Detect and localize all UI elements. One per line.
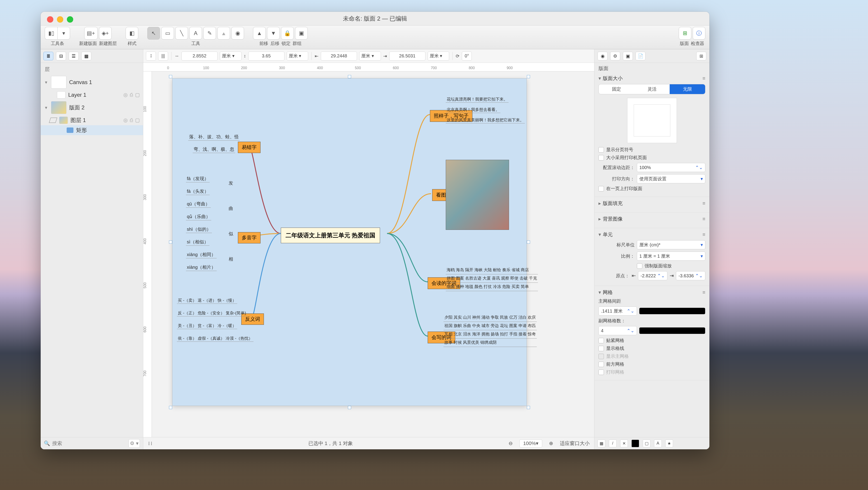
- mindmap-leaf[interactable]: fà（头发）: [186, 188, 210, 195]
- canvas-row[interactable]: ▾ 版面 2: [41, 100, 143, 115]
- print-grid-check[interactable]: 打印网格: [598, 369, 705, 375]
- mindmap-leaf[interactable]: xiāng（相同）: [186, 251, 217, 258]
- front-grid-check[interactable]: 前方网格: [598, 361, 705, 367]
- mindmap-leaf[interactable]: 这里的风景真美丽啊！我多想把它画下来。: [446, 117, 525, 123]
- use-printer-check[interactable]: 大小采用打印机页面: [598, 155, 705, 161]
- section-menu-icon[interactable]: ≡: [703, 201, 705, 206]
- send-backward-button[interactable]: ▼: [267, 27, 280, 39]
- horizontal-ruler[interactable]: 0100200300400500600700800900: [143, 63, 594, 71]
- inspector-tab-button[interactable]: ⓘ: [693, 27, 705, 39]
- width-field[interactable]: 2.8552: [181, 52, 218, 61]
- snap-grid-check[interactable]: 贴紧网格: [598, 337, 705, 343]
- y-unit[interactable]: 厘米 ▾: [428, 52, 450, 61]
- shape-row[interactable]: 矩形: [41, 125, 143, 135]
- close-window-button[interactable]: [47, 16, 53, 23]
- section-menu-icon[interactable]: ≡: [703, 216, 705, 222]
- mindmap-image[interactable]: [446, 160, 509, 230]
- mindmap-leaf[interactable]: fā（发现）: [186, 176, 210, 182]
- shadow-swatch[interactable]: ✕: [620, 439, 628, 447]
- line-tool[interactable]: ╲: [175, 27, 188, 39]
- new-canvas-button[interactable]: ▤+: [84, 27, 98, 39]
- text-color-swatch[interactable]: [631, 439, 639, 447]
- disclosure-icon[interactable]: ▾: [44, 80, 48, 85]
- group-button[interactable]: ▣: [295, 27, 308, 39]
- height-unit[interactable]: 厘米 ▾: [287, 52, 308, 61]
- layer-row[interactable]: 图层 1 ◎⎙▢: [41, 115, 143, 125]
- zoom-in-button[interactable]: ⊕: [549, 440, 553, 447]
- ruler-units-select[interactable]: 厘米 (cm)*▾: [637, 240, 705, 249]
- mindmap-leaf[interactable]: sì（相似）: [186, 239, 210, 246]
- print-icon[interactable]: ⎙: [130, 92, 133, 98]
- properties-inspector-tab[interactable]: ⚙: [610, 52, 620, 60]
- show-gridlines-check[interactable]: 显示格线: [598, 345, 705, 351]
- sub-grid-field[interactable]: 4⌃⌄: [598, 326, 637, 335]
- canvas-row[interactable]: ▾ Canvas 1: [41, 74, 143, 90]
- canvas-tab-button[interactable]: ⊞: [679, 27, 691, 39]
- visibility-icon[interactable]: ◎: [123, 117, 128, 123]
- diagram-tool[interactable]: ⟁: [217, 27, 230, 39]
- fit-window-button[interactable]: 适应窗口大小: [560, 440, 590, 447]
- origin-y-field[interactable]: -3.6336⌃⌄: [676, 271, 705, 280]
- style-button[interactable]: ◧: [126, 27, 138, 39]
- print-orientation-field[interactable]: 使用页面设置▾: [637, 174, 705, 183]
- mindmap-leaf[interactable]: xiàng（相片）: [186, 264, 217, 271]
- document-inspector-tab[interactable]: 📄: [636, 52, 646, 60]
- scale-select[interactable]: 1 厘米 = 1 厘米▾: [637, 251, 705, 261]
- force-scale-check[interactable]: 强制版面缩放: [637, 263, 705, 269]
- favorites-button[interactable]: ★: [665, 439, 673, 447]
- mindmap-leaf[interactable]: shì（似的）: [186, 226, 212, 233]
- search-input[interactable]: [52, 440, 126, 447]
- layers-tab[interactable]: ≣: [43, 52, 53, 60]
- fill-swatch[interactable]: ▦: [597, 439, 605, 447]
- edit-icon[interactable]: [49, 118, 57, 123]
- minimize-window-button[interactable]: [57, 16, 63, 23]
- sidebar-settings-button[interactable]: ⚙ ▾: [129, 439, 140, 448]
- mindmap-leaf[interactable]: 落、补、拔、功、蛙、怪: [188, 134, 240, 141]
- sidebar-menu-button[interactable]: ▾: [57, 27, 70, 39]
- canvas-inspector-tab[interactable]: ▣: [623, 52, 633, 60]
- new-layer-button[interactable]: ◈+: [99, 27, 112, 39]
- shape-swatch[interactable]: ▢: [643, 439, 650, 447]
- scroll-margin-field[interactable]: 100%⌃⌄: [637, 163, 705, 172]
- text-tool[interactable]: A: [189, 27, 202, 39]
- canvas-view[interactable]: 二年级语文上册第三单元 热爱祖国 易错字 落、补、拔、功、蛙、怪 弯、浅、啊、极…: [152, 71, 594, 437]
- y-field[interactable]: 26.5031: [389, 52, 426, 61]
- section-title[interactable]: 版面填充: [603, 200, 623, 207]
- sidebar-toggle-button[interactable]: ▮▯: [45, 27, 57, 39]
- vertical-ruler[interactable]: 100200300400500600700: [143, 71, 152, 437]
- mindmap-leaf[interactable]: 弯、浅、啊、极、忽: [193, 146, 235, 153]
- grid-color[interactable]: [639, 308, 705, 314]
- pen-tool[interactable]: ✎: [203, 27, 216, 39]
- print-icon[interactable]: ⎙: [130, 117, 133, 123]
- height-field[interactable]: 3.65: [248, 52, 284, 61]
- mindmap-leaf[interactable]: 美 -（丑） 贫 -（富） 冷 -（暖）: [177, 323, 237, 329]
- mindmap-leaf[interactable]: 买 -（卖） 退 -（进） 快 -（慢）: [177, 298, 237, 304]
- mindmap-text-block[interactable]: 海鸥 海岛 隔开 海峡 大陆 献给 奏乐 省城 商店拼图 图案 名胜古迹 大厦 …: [446, 266, 538, 291]
- origin-x-field[interactable]: -2.8222⌃⌄: [638, 271, 668, 280]
- print-one-page-check[interactable]: 在一页上打印版面: [598, 186, 705, 192]
- stamp-tool[interactable]: ◉: [231, 27, 244, 39]
- mindmap-center[interactable]: 二年级语文上册第三单元 热爱祖国: [281, 227, 380, 243]
- selection-tab[interactable]: ☰: [69, 52, 79, 60]
- mindmap-group-label[interactable]: 发: [228, 180, 234, 187]
- mindmap-leaf[interactable]: qǔ（乐曲）: [186, 214, 211, 220]
- mindmap-leaf[interactable]: 依 -（靠） 虚假 -（真诚） 冷漠 -（热忱）: [177, 336, 253, 342]
- width-unit[interactable]: 厘米 ▾: [220, 52, 242, 61]
- stroke-swatch[interactable]: /: [609, 439, 617, 447]
- align-button[interactable]: |||: [158, 52, 168, 61]
- page-size-mode[interactable]: 固定 灵活 无限: [598, 84, 705, 94]
- x-field[interactable]: 29.2448: [321, 52, 357, 61]
- sub-grid-color[interactable]: [639, 327, 705, 334]
- mindmap-leaf[interactable]: 北京真美啊！我多想去看看。: [446, 107, 500, 113]
- snap-button[interactable]: ⫱: [146, 52, 156, 61]
- outline-tab[interactable]: ⊟: [56, 52, 66, 60]
- font-swatch[interactable]: A: [654, 439, 662, 447]
- visibility-icon[interactable]: ◎: [123, 92, 128, 98]
- section-menu-icon[interactable]: ≡: [703, 289, 705, 296]
- section-menu-icon[interactable]: ≡: [703, 75, 705, 81]
- mindmap-leaf[interactable]: qū（弯曲）: [186, 201, 211, 208]
- mindmap-group-label[interactable]: 相: [228, 256, 234, 263]
- section-title[interactable]: 背景图像: [603, 216, 623, 222]
- grid-toggle[interactable]: ⫶⫶: [148, 440, 153, 447]
- lock-icon[interactable]: ▢: [135, 92, 140, 98]
